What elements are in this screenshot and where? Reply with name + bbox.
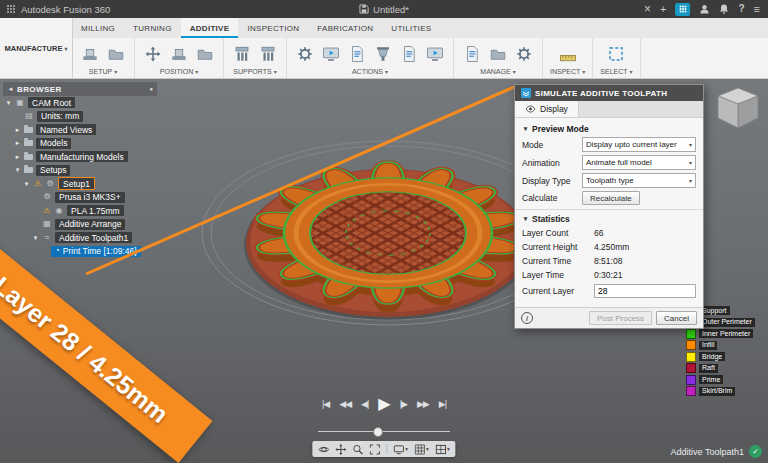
position-group-label[interactable]: POSITION▾ bbox=[160, 68, 198, 75]
workspace-selector[interactable]: MANUFACTURE ▾ bbox=[0, 18, 73, 79]
tab-utilities[interactable]: UTILITIES bbox=[382, 18, 440, 38]
measure-button[interactable] bbox=[557, 43, 579, 65]
tab-milling[interactable]: MILLING bbox=[72, 18, 124, 38]
print-preview-button[interactable] bbox=[424, 43, 446, 65]
new-folder-button[interactable] bbox=[105, 43, 127, 65]
tree-item-setup1[interactable]: ▾ ⚠ ⚙ Setup1 bbox=[3, 177, 157, 191]
expand-caret-icon[interactable]: ▸ bbox=[14, 153, 21, 161]
animation-select[interactable]: Animate full model ▾ bbox=[582, 155, 696, 170]
statistics-section-header[interactable]: ▾ Statistics bbox=[522, 214, 696, 224]
tree-item-additive-arrange[interactable]: ▦ Additive Arrange bbox=[3, 218, 157, 232]
new-setup-button[interactable] bbox=[79, 43, 101, 65]
collapse-browser-icon[interactable]: ◂ bbox=[7, 85, 14, 93]
mode-select[interactable]: Display upto current layer ▾ bbox=[582, 137, 696, 152]
job-status-icon[interactable]: ✓ bbox=[749, 445, 762, 458]
supports-group-label[interactable]: SUPPORTS▾ bbox=[233, 68, 276, 75]
actions-group-label[interactable]: ACTIONS▾ bbox=[352, 68, 388, 75]
post-process-button[interactable] bbox=[372, 43, 394, 65]
add-icon[interactable]: + bbox=[660, 4, 666, 15]
manage-group-label[interactable]: MANAGE▾ bbox=[480, 68, 515, 75]
browser-handle-icon[interactable]: ● bbox=[149, 86, 153, 92]
close-document-icon[interactable]: × bbox=[644, 3, 651, 15]
save-icon[interactable] bbox=[359, 4, 369, 14]
fit-view-icon[interactable] bbox=[369, 444, 380, 455]
fast-backward-button[interactable]: ◀◀ bbox=[339, 400, 351, 409]
current-layer-input[interactable] bbox=[594, 284, 696, 298]
toolpath-list-button[interactable] bbox=[461, 43, 483, 65]
filament-spool-icon: ◉ bbox=[54, 207, 64, 215]
slider-handle[interactable] bbox=[373, 427, 383, 437]
pan-icon[interactable] bbox=[335, 444, 346, 455]
volume-support-button[interactable] bbox=[231, 43, 253, 65]
expand-caret-icon[interactable]: ▾ bbox=[23, 180, 30, 188]
tab-additive[interactable]: ADDITIVE bbox=[181, 18, 239, 38]
export-gcode-button[interactable] bbox=[398, 43, 420, 65]
tab-turning[interactable]: TURNING bbox=[124, 18, 181, 38]
simulate-toolpath-button[interactable] bbox=[320, 43, 342, 65]
fast-forward-button[interactable]: ▶▶ bbox=[417, 400, 429, 409]
help-icon[interactable]: ? bbox=[738, 4, 744, 14]
tree-item-additive-toolpath[interactable]: ▾ ≈ Additive Toolpath1 bbox=[3, 231, 157, 245]
machine-library-button[interactable] bbox=[513, 43, 535, 65]
ribbon-tabs: MILLING TURNING ADDITIVE INSPECTION FABR… bbox=[72, 18, 768, 38]
browser-header[interactable]: ◂ BROWSER ● bbox=[3, 82, 157, 96]
menu-icon[interactable]: ≡ bbox=[754, 4, 760, 15]
expand-caret-icon[interactable]: ▾ bbox=[32, 234, 39, 242]
viewports-icon[interactable]: ▾ bbox=[435, 444, 450, 455]
cam-root-icon: ▣ bbox=[15, 99, 25, 107]
slider-track[interactable] bbox=[318, 431, 450, 432]
tab-display[interactable]: Display bbox=[515, 101, 579, 117]
notifications-bell-icon[interactable] bbox=[719, 3, 729, 15]
expand-caret-icon[interactable]: ▾ bbox=[14, 166, 21, 174]
view-cube[interactable] bbox=[712, 84, 764, 138]
expand-caret-icon[interactable]: ▾ bbox=[5, 99, 12, 107]
tree-item-printer[interactable]: ⚙ Prusa i3 MK3S+ bbox=[3, 191, 157, 205]
move-components-button[interactable] bbox=[142, 43, 164, 65]
tree-item-named-views[interactable]: ▸ Named Views bbox=[3, 123, 157, 137]
grid-settings-icon[interactable]: ▾ bbox=[414, 444, 429, 455]
play-button[interactable]: ▶ bbox=[378, 396, 389, 412]
bar-support-button[interactable] bbox=[257, 43, 279, 65]
cancel-button[interactable]: Cancel bbox=[656, 311, 697, 325]
tab-fabrication[interactable]: FABRICATION bbox=[308, 18, 382, 38]
tree-item-models[interactable]: ▸ Models bbox=[3, 137, 157, 151]
select-group-label[interactable]: SELECT▾ bbox=[600, 68, 632, 75]
templates-button[interactable] bbox=[487, 43, 509, 65]
tree-item-print-time[interactable]: ◔Print Time [1:09:46] bbox=[3, 245, 157, 259]
expand-caret-icon[interactable]: ▸ bbox=[14, 126, 21, 134]
info-icon[interactable]: i bbox=[521, 312, 533, 324]
viewport-canvas[interactable]: Layer 28 / 4.25mm ◂ BROWSER ● ▾ ▣ CAM Ro… bbox=[0, 78, 768, 463]
expand-caret-icon[interactable]: ▸ bbox=[14, 139, 21, 147]
recalculate-button[interactable]: Recalculate bbox=[582, 191, 640, 205]
tree-item-cam-root[interactable]: ▾ ▣ CAM Root bbox=[3, 96, 157, 110]
tab-inspection[interactable]: INSPECTION bbox=[238, 18, 308, 38]
tree-item-units[interactable]: ▤ Units: mm bbox=[3, 110, 157, 124]
extensions-icon[interactable] bbox=[675, 3, 690, 16]
inspect-group-label[interactable]: INSPECT▾ bbox=[550, 68, 585, 75]
machine-file-button[interactable] bbox=[346, 43, 368, 65]
skip-to-start-button[interactable]: |◀ bbox=[322, 400, 329, 409]
simulation-timeline-slider[interactable] bbox=[318, 427, 450, 436]
platform-button[interactable] bbox=[194, 43, 216, 65]
dialog-header[interactable]: SIMULATE ADDITIVE TOOLPATH bbox=[515, 85, 703, 101]
post-process-button[interactable]: Post Process bbox=[589, 311, 652, 325]
tree-item-setups[interactable]: ▾ Setups bbox=[3, 164, 157, 178]
toolbar-separator bbox=[386, 444, 387, 454]
tree-item-manufacturing-models[interactable]: ▸ Manufacturing Models bbox=[3, 150, 157, 164]
window-select-button[interactable] bbox=[605, 43, 627, 65]
step-forward-button[interactable]: |▶ bbox=[400, 400, 407, 409]
display-type-select[interactable]: Toolpath type ▾ bbox=[582, 173, 696, 188]
setup-group-label[interactable]: SETUP▾ bbox=[89, 68, 117, 75]
display-settings-icon[interactable]: ▾ bbox=[393, 444, 408, 455]
preview-mode-section-header[interactable]: ▾ Preview Mode bbox=[522, 124, 696, 134]
generate-toolpath-button[interactable] bbox=[294, 43, 316, 65]
user-profile-icon[interactable] bbox=[699, 3, 710, 15]
orbit-icon[interactable] bbox=[318, 444, 329, 455]
arrange-button[interactable] bbox=[168, 43, 190, 65]
simulation-playback-controls: |◀ ◀◀ ◀| ▶ |▶ ▶▶ ▶| bbox=[322, 396, 446, 412]
step-back-button[interactable]: ◀| bbox=[361, 400, 368, 409]
skip-to-end-button[interactable]: ▶| bbox=[439, 400, 446, 409]
zoom-icon[interactable] bbox=[352, 444, 363, 455]
tree-item-material[interactable]: ⚠ ◉ PLA 1.75mm bbox=[3, 204, 157, 218]
app-grid-icon[interactable] bbox=[6, 4, 16, 14]
